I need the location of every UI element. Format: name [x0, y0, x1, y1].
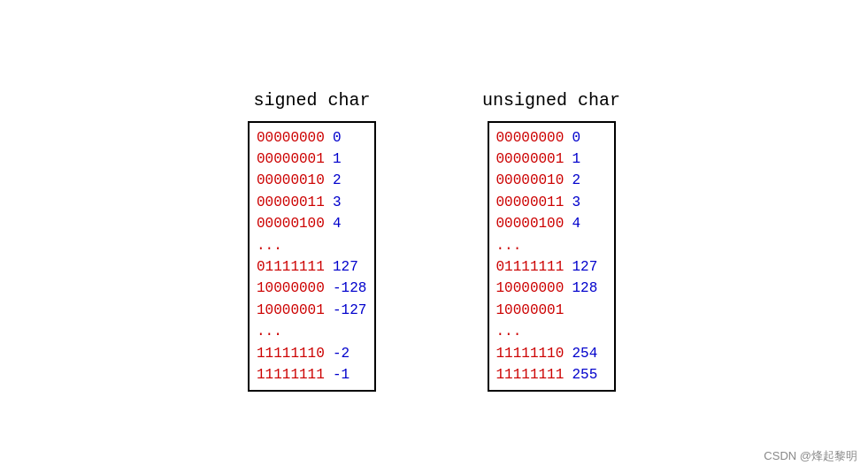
table-row: ...	[257, 322, 367, 341]
binary-value: 11111111	[496, 365, 567, 385]
decimal-value: 127	[567, 257, 607, 277]
table-row: 11111111255	[496, 365, 607, 385]
unsigned-table: 0000000000000000110000001020000001130000…	[488, 121, 616, 393]
decimal-value: 0	[567, 128, 607, 148]
binary-value: 00000000	[257, 128, 327, 148]
table-row: 000000000	[496, 128, 607, 148]
table-row: 11111110254	[496, 344, 607, 363]
binary-value: 11111110	[496, 344, 567, 363]
decimal-value: 0	[327, 128, 367, 148]
signed-title: signed char	[253, 90, 370, 111]
decimal-value: 255	[567, 365, 607, 385]
binary-value: 00000011	[257, 193, 327, 212]
binary-value: 00000010	[496, 171, 567, 190]
binary-value: 01111111	[257, 257, 327, 277]
decimal-value: 128	[567, 278, 607, 298]
table-row: 000000102	[496, 171, 607, 190]
unsigned-section: unsigned char 00000000000000001100000010…	[482, 90, 620, 393]
main-container: signed char 0000000000000000110000001020…	[248, 90, 620, 393]
binary-value: 10000000	[496, 278, 567, 298]
table-row: ...	[257, 236, 367, 256]
decimal-value: -128	[327, 278, 367, 298]
binary-value: 11111110	[257, 344, 327, 363]
decimal-value: 4	[567, 214, 607, 233]
binary-value: 10000001	[496, 301, 567, 320]
watermark: CSDN @烽起黎明	[764, 448, 857, 464]
binary-value: ...	[257, 236, 327, 256]
binary-value: 00000001	[257, 149, 327, 169]
decimal-value: 1	[327, 149, 367, 169]
decimal-value: 3	[327, 193, 367, 212]
table-row: 11111111-1	[257, 365, 367, 385]
binary-value: 01111111	[496, 257, 567, 277]
table-row: 000000102	[257, 171, 367, 190]
signed-section: signed char 0000000000000000110000001020…	[248, 90, 376, 393]
table-row: 000000011	[496, 149, 607, 169]
decimal-value: 1	[567, 149, 607, 169]
table-row: 10000001	[496, 301, 607, 320]
decimal-value: 127	[327, 257, 367, 277]
decimal-value: -1	[327, 365, 367, 385]
table-row: 01111111127	[257, 257, 367, 277]
binary-value: 00000010	[257, 171, 327, 190]
table-row: 11111110-2	[257, 344, 367, 363]
binary-value: 10000001	[257, 301, 327, 320]
decimal-value: 4	[327, 214, 367, 233]
table-row: 000000113	[257, 193, 367, 212]
binary-value: 00000011	[496, 193, 567, 212]
table-row: 000001004	[257, 214, 367, 233]
unsigned-title: unsigned char	[482, 90, 620, 111]
decimal-value: 254	[567, 344, 607, 363]
decimal-value: 2	[567, 171, 607, 190]
table-row: 01111111127	[496, 257, 607, 277]
binary-value: 11111111	[257, 365, 327, 385]
table-row: ...	[496, 236, 607, 256]
table-row: ...	[496, 322, 607, 341]
table-row: 10000000128	[496, 278, 607, 298]
table-row: 000000011	[257, 149, 367, 169]
signed-table: 0000000000000000110000001020000001130000…	[248, 121, 376, 393]
decimal-value: -127	[327, 301, 367, 320]
binary-value: 00000100	[257, 214, 327, 233]
table-row: 10000000-128	[257, 278, 367, 298]
binary-value: ...	[257, 322, 327, 341]
binary-value: 00000000	[496, 128, 567, 148]
decimal-value: 2	[327, 171, 367, 190]
table-row: 000001004	[496, 214, 607, 233]
binary-value: 00000001	[496, 149, 567, 169]
table-row: 000000000	[257, 128, 367, 148]
binary-value: 10000000	[257, 278, 327, 298]
binary-value: 00000100	[496, 214, 567, 233]
table-row: 10000001-127	[257, 301, 367, 320]
table-row: 000000113	[496, 193, 607, 212]
binary-value: ...	[496, 322, 567, 341]
decimal-value: 3	[567, 193, 607, 212]
decimal-value: -2	[327, 344, 367, 363]
binary-value: ...	[496, 236, 567, 256]
